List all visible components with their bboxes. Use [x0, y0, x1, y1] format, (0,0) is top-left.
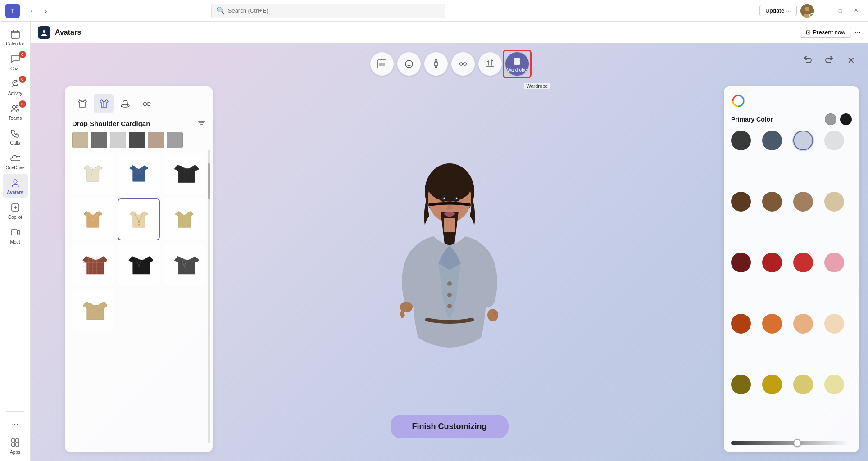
- clothing-item-7[interactable]: [72, 244, 114, 286]
- brightness-slider[interactable]: [731, 441, 852, 445]
- toolbar-wardrobe-button[interactable]: Wardrobe: [505, 52, 529, 76]
- svg-point-24: [407, 63, 408, 63]
- user-avatar[interactable]: [800, 4, 814, 18]
- color-swatch-medium-brown[interactable]: [762, 192, 782, 212]
- sidebar-item-meet[interactable]: Meet: [3, 223, 28, 247]
- clothing-item-4[interactable]: [72, 198, 114, 240]
- search-bar[interactable]: 🔍: [211, 4, 445, 18]
- sidebar-item-more[interactable]: ···: [3, 415, 28, 433]
- svg-rect-32: [514, 60, 520, 65]
- sidebar-item-calendar[interactable]: Calendar: [3, 25, 28, 49]
- sidebar-divider: [6, 411, 24, 412]
- sidebar-item-teams[interactable]: Teams 2: [3, 99, 28, 123]
- more-options-button[interactable]: ···: [855, 28, 861, 36]
- wardrobe-scrollbar[interactable]: [208, 149, 210, 443]
- toolbar-accessories-button[interactable]: [451, 52, 475, 76]
- color-thumb-4[interactable]: [148, 132, 164, 148]
- toolbar-pose-button[interactable]: [370, 52, 394, 76]
- sidebar-item-calls[interactable]: Calls: [3, 124, 28, 148]
- present-now-button[interactable]: ⊡ Present now: [800, 27, 851, 38]
- undo-button[interactable]: [800, 52, 816, 68]
- color-swatch-orange[interactable]: [762, 314, 782, 334]
- color-swatch-pink[interactable]: [824, 253, 844, 272]
- brightness-thumb[interactable]: [793, 439, 801, 447]
- calendar-icon: [9, 28, 22, 41]
- finish-customizing-button[interactable]: Finish Customizing: [391, 415, 509, 438]
- color-swatch-peach[interactable]: [824, 314, 844, 334]
- update-button[interactable]: Update ···: [759, 5, 797, 16]
- wardrobe-label-below: Wardrobe: [524, 83, 551, 89]
- color-swatch-light-gray[interactable]: [824, 131, 844, 150]
- back-button[interactable]: ‹: [25, 5, 38, 17]
- clothing-item-3[interactable]: [164, 153, 205, 194]
- svg-rect-5: [11, 31, 19, 38]
- svg-rect-14: [11, 230, 17, 235]
- clothing-item-9[interactable]: [164, 244, 205, 286]
- wardrobe-title: Drop Shoulder Cardigan: [72, 120, 150, 127]
- google-icon: [731, 94, 745, 108]
- color-thumb-3[interactable]: [129, 132, 145, 148]
- wardrobe-tab-hat[interactable]: [115, 94, 135, 113]
- color-thumb-1[interactable]: [91, 132, 107, 148]
- color-swatch-dark-red[interactable]: [731, 253, 751, 272]
- color-swatch-light-yellow[interactable]: [824, 375, 844, 394]
- clothing-item-8[interactable]: [118, 244, 159, 286]
- color-thumb-5[interactable]: [167, 132, 183, 148]
- svg-point-35: [427, 167, 472, 202]
- clothing-item-10[interactable]: [72, 289, 114, 331]
- clothing-item-1[interactable]: [72, 153, 114, 194]
- sidebar-item-onedrive[interactable]: OneDrive: [3, 149, 28, 173]
- primary-color-label: Primary Color: [731, 116, 773, 123]
- color-swatch-dark-brown[interactable]: [731, 192, 751, 212]
- sidebar-item-copilot[interactable]: Copilot: [3, 199, 28, 222]
- sidebar-item-activity[interactable]: Activity 6: [3, 75, 28, 99]
- color-swatch-light-blue-gray[interactable]: [793, 131, 813, 150]
- color-swatch-gold[interactable]: [762, 375, 782, 394]
- wardrobe-scroll-area[interactable]: [72, 153, 205, 445]
- close-button[interactable]: ✕: [850, 5, 863, 17]
- toolbar-face-button[interactable]: [397, 52, 421, 76]
- minimize-button[interactable]: ─: [818, 5, 830, 17]
- color-grid: [731, 131, 852, 432]
- color-swatch-tan[interactable]: [793, 192, 813, 212]
- clothing-item-2[interactable]: [118, 153, 159, 194]
- chat-label: Chat: [10, 66, 20, 71]
- color-swatch-dark-orange[interactable]: [731, 314, 751, 334]
- color-swatch-dark-gray[interactable]: [731, 131, 751, 150]
- color-swatch-red[interactable]: [762, 253, 782, 272]
- svg-point-41: [447, 304, 452, 308]
- toolbar-body-button[interactable]: [424, 52, 448, 76]
- forward-button[interactable]: ›: [40, 5, 52, 17]
- search-input[interactable]: [228, 7, 441, 14]
- maximize-button[interactable]: □: [834, 5, 846, 17]
- wardrobe-tab-glasses[interactable]: [137, 94, 157, 113]
- color-swatch-blue-gray[interactable]: [762, 131, 782, 150]
- toolbar-reactions-button[interactable]: [478, 52, 502, 76]
- color-swatch-yellow[interactable]: [793, 375, 813, 394]
- filter-button[interactable]: [197, 119, 205, 128]
- avatar-figure: [373, 144, 526, 360]
- clothing-item-5[interactable]: [118, 198, 159, 240]
- app-header-right: ⊡ Present now ···: [800, 27, 861, 38]
- color-thumb-2[interactable]: [110, 132, 126, 148]
- color-swatch-light-orange[interactable]: [793, 314, 813, 334]
- apps-label: Apps: [10, 450, 20, 455]
- wardrobe-tab-cardigan[interactable]: [94, 94, 114, 113]
- sidebar-item-apps[interactable]: Apps: [3, 434, 28, 457]
- clothing-item-6[interactable]: [164, 198, 205, 240]
- color-swatch-olive[interactable]: [731, 375, 751, 394]
- close-editor-button[interactable]: ✕: [843, 52, 859, 68]
- primary-swatch-black[interactable]: [840, 113, 852, 125]
- sidebar-item-avatars[interactable]: Avatars: [3, 174, 28, 198]
- redo-button[interactable]: [821, 52, 837, 68]
- sidebar-item-chat[interactable]: Chat 6: [3, 50, 28, 74]
- color-swatch-bright-red[interactable]: [793, 253, 813, 272]
- wardrobe-scrollbar-thumb[interactable]: [208, 163, 210, 199]
- svg-point-49: [457, 205, 464, 209]
- svg-point-47: [456, 198, 457, 199]
- wardrobe-tab-shirt[interactable]: [72, 94, 92, 113]
- color-thumb-0[interactable]: [72, 132, 88, 148]
- primary-swatch-gray[interactable]: [825, 113, 836, 125]
- svg-point-61: [138, 224, 140, 226]
- color-swatch-light-tan[interactable]: [824, 192, 844, 212]
